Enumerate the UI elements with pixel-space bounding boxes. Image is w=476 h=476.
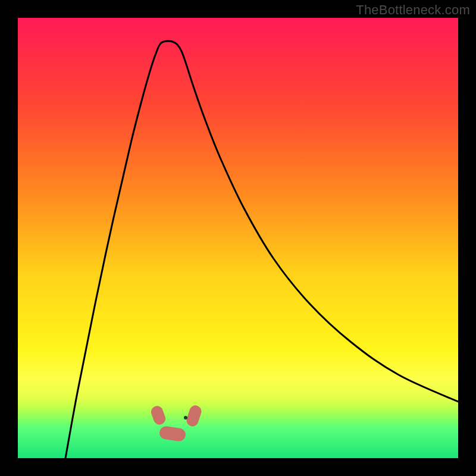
center-dot <box>184 416 187 419</box>
chart-plot-area <box>18 18 458 458</box>
bottleneck-curve <box>18 18 458 458</box>
watermark-text: TheBottleneck.com <box>356 2 470 18</box>
